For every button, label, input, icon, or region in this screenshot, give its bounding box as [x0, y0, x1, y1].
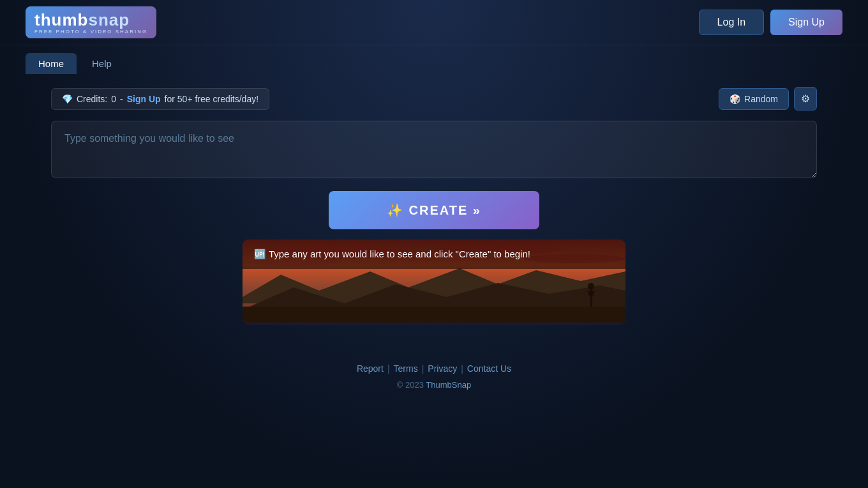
- header: thumbsnap FREE PHOTO & VIDEO SHARING Log…: [0, 0, 868, 45]
- settings-button[interactable]: ⚙: [794, 87, 817, 111]
- credits-separator: -: [120, 94, 123, 104]
- random-icon: 🎲: [730, 94, 740, 104]
- diamond-icon: 💎: [62, 94, 73, 104]
- random-button[interactable]: 🎲 Random: [719, 88, 789, 110]
- main-content: 💎 Credits: 0 - Sign Up for 50+ free cred…: [26, 74, 842, 338]
- svg-point-10: [588, 283, 594, 289]
- footer-copyright: © 2023 ThumbSnap: [13, 380, 855, 390]
- footer: Report | Terms | Privacy | Contact Us © …: [0, 338, 868, 402]
- preview-instruction: 🆙 Type any art you would like to see and…: [254, 248, 530, 260]
- svg-rect-9: [590, 287, 592, 307]
- footer-brand-link[interactable]: ThumbSnap: [426, 380, 471, 390]
- login-button[interactable]: Log In: [699, 10, 764, 35]
- logo-subtitle: FREE PHOTO & VIDEO SHARING: [34, 29, 147, 34]
- signup-button[interactable]: Sign Up: [770, 10, 842, 35]
- header-buttons: Log In Sign Up: [699, 10, 842, 35]
- footer-sep-3: |: [461, 363, 463, 374]
- svg-rect-8: [243, 307, 625, 323]
- preview-overlay: 🆙 Type any art you would like to see and…: [243, 240, 625, 269]
- credits-actions: 🎲 Random ⚙: [719, 87, 817, 111]
- nav-item-home[interactable]: Home: [26, 53, 77, 74]
- nav-item-help[interactable]: Help: [79, 53, 124, 74]
- logo-area: thumbsnap FREE PHOTO & VIDEO SHARING: [26, 6, 156, 38]
- footer-terms-link[interactable]: Terms: [394, 363, 418, 374]
- footer-links: Report | Terms | Privacy | Contact Us: [13, 363, 855, 374]
- credits-suffix: for 50+ free credits/day!: [165, 94, 258, 104]
- preview-area: 🆙 Type any art you would like to see and…: [243, 240, 625, 325]
- credits-info: 💎 Credits: 0 - Sign Up for 50+ free cred…: [51, 88, 269, 110]
- logo-part2: snap: [88, 10, 130, 29]
- random-label: Random: [744, 94, 778, 104]
- credits-count: 0: [111, 94, 116, 104]
- credits-bar: 💎 Credits: 0 - Sign Up for 50+ free cred…: [51, 87, 817, 111]
- create-button[interactable]: ✨ CREATE »: [329, 191, 539, 229]
- prompt-input[interactable]: [51, 121, 817, 178]
- credits-signup-link[interactable]: Sign Up: [127, 94, 161, 104]
- footer-sep-1: |: [387, 363, 390, 374]
- footer-sep-2: |: [422, 363, 424, 374]
- logo-title: thumbsnap: [34, 10, 130, 30]
- navigation: Home Help: [0, 45, 868, 74]
- settings-icon: ⚙: [801, 93, 810, 104]
- footer-privacy-link[interactable]: Privacy: [428, 363, 457, 374]
- footer-report-link[interactable]: Report: [357, 363, 384, 374]
- copyright-text: © 2023: [397, 380, 424, 390]
- credits-label: Credits:: [77, 94, 107, 104]
- logo-part1: thumb: [34, 10, 88, 29]
- footer-contact-link[interactable]: Contact Us: [467, 363, 511, 374]
- logo-box: thumbsnap FREE PHOTO & VIDEO SHARING: [26, 6, 156, 38]
